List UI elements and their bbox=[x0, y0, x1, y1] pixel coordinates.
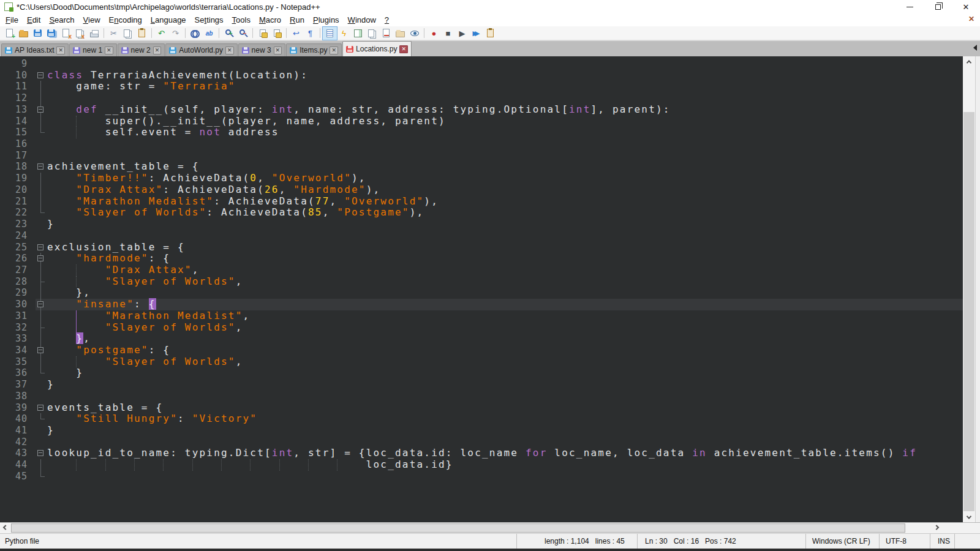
code-line-9[interactable]: 9 bbox=[0, 58, 963, 70]
fold-collapse-icon[interactable] bbox=[37, 450, 43, 456]
code-line-16[interactable]: 16 bbox=[0, 138, 963, 150]
tab-new-3[interactable]: new 3✕ bbox=[238, 43, 286, 56]
line-number[interactable]: 9 bbox=[0, 58, 36, 70]
menu-item-tools[interactable]: Tools bbox=[228, 14, 255, 26]
show-all-characters-button[interactable]: ¶ bbox=[303, 27, 317, 40]
code-line-45[interactable]: 45 bbox=[0, 471, 963, 482]
new-file-button[interactable]: + bbox=[2, 27, 17, 40]
copy-button[interactable] bbox=[121, 27, 135, 40]
menu-item-encoding[interactable]: Encoding bbox=[105, 14, 146, 26]
line-number[interactable]: 17 bbox=[0, 150, 36, 162]
line-number[interactable]: 40 bbox=[0, 413, 36, 425]
scroll-left-arrow-icon[interactable] bbox=[0, 523, 10, 533]
tab-locations-py[interactable]: Locations.py✕ bbox=[342, 41, 412, 56]
code-line-20[interactable]: 20 "Drax Attax": AchieveData(26, "Hardmo… bbox=[0, 184, 963, 196]
close-tab-icon[interactable]: ✕ bbox=[274, 47, 282, 54]
fold-collapse-icon[interactable] bbox=[37, 301, 43, 307]
close-tab-icon[interactable]: ✕ bbox=[399, 45, 408, 53]
close-tab-icon[interactable]: ✕ bbox=[225, 47, 234, 54]
line-number[interactable]: 41 bbox=[0, 425, 36, 437]
line-number[interactable]: 13 bbox=[0, 104, 36, 116]
monitoring-button[interactable] bbox=[407, 27, 421, 40]
line-number[interactable]: 26 bbox=[0, 253, 36, 264]
code-line-44[interactable]: 44 loc_data.id} bbox=[0, 459, 963, 471]
horizontal-scrollbar[interactable] bbox=[0, 522, 980, 533]
folder-as-workspace-button[interactable] bbox=[393, 27, 407, 40]
code-area[interactable]: 910class TerrariaAchievement(Location):1… bbox=[0, 56, 963, 522]
minimize-button[interactable] bbox=[895, 0, 924, 13]
tab-new-2[interactable]: new 2✕ bbox=[118, 43, 165, 56]
code-line-22[interactable]: 22 "Slayer of Worlds": AchieveData(85, "… bbox=[0, 207, 963, 219]
vertical-scrollbar[interactable] bbox=[963, 56, 975, 522]
redo-button[interactable]: ↷ bbox=[168, 27, 183, 40]
line-number[interactable]: 32 bbox=[0, 322, 36, 334]
code-line-41[interactable]: 41} bbox=[0, 425, 963, 437]
close-tab-icon[interactable]: ✕ bbox=[330, 47, 338, 54]
code-line-32[interactable]: 32 "Slayer of Worlds", bbox=[0, 322, 963, 334]
function-list-button[interactable] bbox=[379, 27, 393, 40]
line-number[interactable]: 31 bbox=[0, 310, 36, 322]
scroll-up-arrow-icon[interactable] bbox=[963, 56, 975, 67]
zoom-out-button[interactable]: − bbox=[236, 27, 250, 40]
menu-item-window[interactable]: Window bbox=[344, 14, 380, 26]
menu-item-help[interactable]: ? bbox=[380, 14, 393, 26]
line-number[interactable]: 45 bbox=[0, 471, 36, 482]
code-line-29[interactable]: 29 }, bbox=[0, 287, 963, 299]
macro-record-button[interactable]: ● bbox=[427, 27, 441, 40]
line-number[interactable]: 21 bbox=[0, 196, 36, 208]
undo-button[interactable]: ↶ bbox=[154, 27, 168, 40]
status-length-lines[interactable]: length : 1,104 lines : 45 bbox=[516, 534, 637, 549]
line-number[interactable]: 24 bbox=[0, 230, 36, 242]
menu-item-search[interactable]: Search bbox=[45, 14, 78, 26]
line-number[interactable]: 11 bbox=[0, 81, 36, 92]
close-tab-icon[interactable]: ✕ bbox=[56, 47, 65, 54]
scroll-right-arrow-icon[interactable] bbox=[931, 523, 941, 533]
close-tab-icon[interactable]: ✕ bbox=[105, 47, 113, 54]
word-wrap-button[interactable]: ↩ bbox=[289, 27, 303, 40]
code-line-26[interactable]: 26 "hardmode": { bbox=[0, 253, 963, 264]
tab-new-1[interactable]: new 1✕ bbox=[69, 43, 117, 56]
menu-item-run[interactable]: Run bbox=[285, 14, 309, 26]
line-number[interactable]: 39 bbox=[0, 402, 36, 414]
menu-item-edit[interactable]: Edit bbox=[23, 14, 45, 26]
code-line-42[interactable]: 42 bbox=[0, 437, 963, 448]
code-line-19[interactable]: 19 "Timber!!": AchieveData(0, "Overworld… bbox=[0, 173, 963, 184]
line-number[interactable]: 10 bbox=[0, 70, 36, 81]
line-number[interactable]: 29 bbox=[0, 287, 36, 299]
fold-collapse-icon[interactable] bbox=[37, 405, 43, 411]
line-number[interactable]: 20 bbox=[0, 184, 36, 196]
horizontal-scroll-thumb[interactable] bbox=[11, 523, 905, 533]
line-number[interactable]: 22 bbox=[0, 207, 36, 219]
replace-button[interactable]: ab bbox=[202, 27, 216, 40]
line-number[interactable]: 30 bbox=[0, 299, 36, 310]
paste-button[interactable] bbox=[135, 27, 149, 40]
menu-item-language[interactable]: Language bbox=[146, 14, 190, 26]
line-number[interactable]: 16 bbox=[0, 138, 36, 150]
line-number[interactable]: 25 bbox=[0, 242, 36, 253]
line-number[interactable]: 42 bbox=[0, 437, 36, 448]
close-file-button[interactable]: x bbox=[59, 27, 73, 40]
close-all-button[interactable]: x bbox=[73, 27, 87, 40]
code-line-35[interactable]: 35 "Slayer of Worlds", bbox=[0, 356, 963, 368]
line-number[interactable]: 18 bbox=[0, 161, 36, 173]
fold-collapse-icon[interactable] bbox=[37, 244, 43, 250]
code-line-30[interactable]: 30 "insane": { bbox=[0, 299, 963, 310]
cut-button[interactable]: ✂ bbox=[107, 27, 121, 40]
tab-scroll-left-icon[interactable] bbox=[973, 45, 977, 51]
status-encoding[interactable]: UTF-8 bbox=[879, 534, 930, 549]
line-number[interactable]: 19 bbox=[0, 173, 36, 184]
code-line-24[interactable]: 24 bbox=[0, 230, 963, 242]
line-number[interactable]: 14 bbox=[0, 116, 36, 127]
code-line-27[interactable]: 27 "Drax Attax", bbox=[0, 264, 963, 276]
code-line-43[interactable]: 43lookup_id_to_name: typing.Dict[int, st… bbox=[0, 448, 963, 459]
line-number[interactable]: 12 bbox=[0, 92, 36, 104]
close-button[interactable]: ✕ bbox=[952, 0, 980, 13]
code-line-39[interactable]: 39events_table = { bbox=[0, 402, 963, 414]
zoom-in-button[interactable]: + bbox=[222, 27, 236, 40]
document-list-button[interactable] bbox=[365, 27, 379, 40]
status-cursor-position[interactable]: Ln : 30 Col : 16 Pos : 742 bbox=[637, 534, 805, 549]
find-button[interactable] bbox=[188, 27, 202, 40]
code-line-31[interactable]: 31 "Marathon Medalist", bbox=[0, 310, 963, 322]
code-line-18[interactable]: 18achievement_table = { bbox=[0, 161, 963, 173]
line-number[interactable]: 28 bbox=[0, 276, 36, 288]
